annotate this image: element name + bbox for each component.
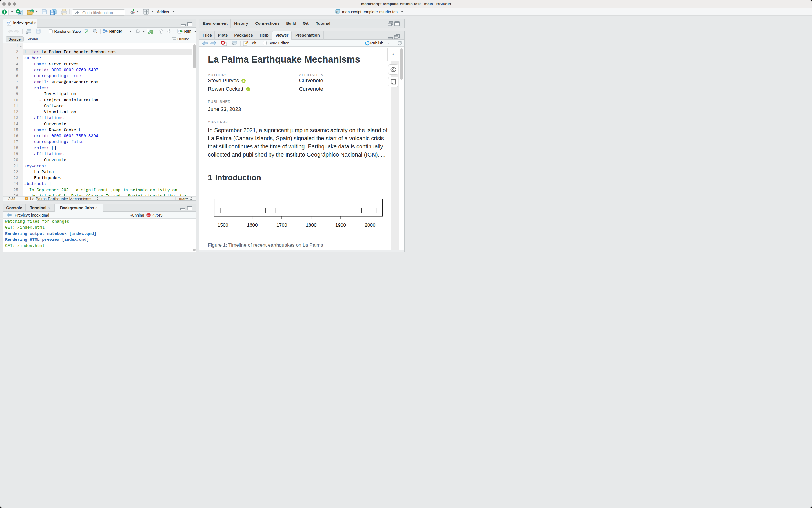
svg-text:iD: iD	[243, 79, 245, 82]
svg-text:C: C	[149, 30, 152, 34]
svg-text:1900: 1900	[335, 222, 346, 228]
svg-text:iD: iD	[247, 88, 249, 91]
svg-text:R: R	[336, 10, 338, 13]
svg-text:STOP: STOP	[147, 215, 150, 216]
svg-text:2000: 2000	[365, 222, 375, 228]
svg-text:1800: 1800	[306, 222, 317, 228]
svg-text:1700: 1700	[276, 222, 287, 228]
svg-text:1500: 1500	[217, 222, 228, 228]
svg-text:1600: 1600	[247, 222, 258, 228]
